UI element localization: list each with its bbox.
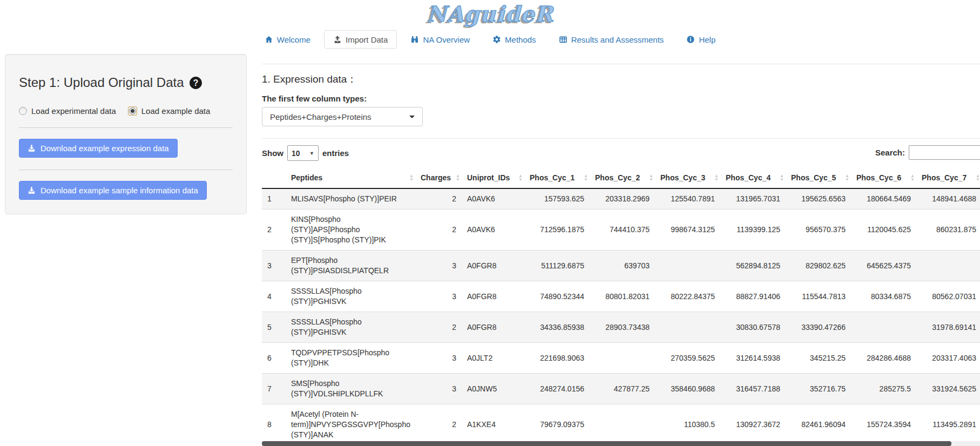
data-source-radio-group: Load experimental data Load example data — [19, 106, 233, 116]
intensity-cell: 860231.875 — [916, 210, 980, 251]
row-number-cell: 1 — [262, 188, 286, 210]
table-row: 7SMS[Phospho (STY)]VDLSHIPLKDPLLFK3A0JNW… — [262, 374, 980, 404]
table-row: 5SSSSLLAS[Phospho (STY)]PGHISVK2A0FGR834… — [262, 312, 980, 343]
download-icon — [28, 186, 36, 194]
intensity-cell: 352716.75 — [786, 374, 851, 404]
intensity-cell: 645625.4375 — [851, 251, 916, 281]
radio-checked-icon — [128, 106, 137, 116]
table-row: 4SSSSLLAS[Phospho (STY)]PGHISVK3A0FGR874… — [262, 281, 980, 312]
content-area: Step 1: Upload Original Data ? Load expe… — [0, 54, 980, 445]
sort-icon: ▲▼ — [976, 174, 980, 181]
intensity-cell: 155724.3594 — [851, 404, 916, 445]
tab-results-and-assessments[interactable]: Results and Assessments — [550, 30, 673, 49]
intensity-cell: 115544.7813 — [786, 281, 851, 312]
expression-table: Peptides▲▼Charges▲▼Uniprot_IDs▲▼Phos_Cyc… — [262, 167, 980, 445]
peptide-cell: SMS[Phospho (STY)]VDLSHIPLKDPLLFK — [286, 374, 415, 404]
tab-label: Welcome — [277, 36, 310, 44]
radio-load-example-data[interactable]: Load example data — [128, 106, 211, 116]
tab-label: NA Overview — [423, 36, 470, 44]
uniprot-cell: A0AVK6 — [462, 210, 524, 251]
charge-cell: 2 — [415, 188, 462, 210]
page-length-control: Show 10 ▼ entries — [262, 145, 980, 161]
sort-icon: ▲▼ — [456, 174, 460, 181]
intensity-cell — [655, 312, 720, 343]
sort-icon: ▲▼ — [910, 174, 915, 181]
gears-icon — [492, 35, 501, 44]
tab-welcome[interactable]: Welcome — [255, 30, 320, 49]
intensity-cell: 221698.9063 — [524, 343, 590, 374]
column-types-selected-value: Peptides+Charges+Proteins — [270, 112, 371, 121]
intensity-cell: 157593.625 — [524, 188, 590, 210]
table-row: 1MLISAVS[Phospho (STY)]PEIR2A0AVK6157593… — [262, 188, 980, 210]
binoculars-icon — [410, 35, 419, 44]
intensity-cell: 79679.09375 — [524, 404, 590, 445]
intensity-cell: 80334.6875 — [851, 281, 916, 312]
column-header-Phos_Cyc_3[interactable]: Phos_Cyc_3▲▼ — [655, 167, 720, 188]
intensity-cell: 80562.07031 — [916, 281, 980, 312]
intensity-cell: 125540.7891 — [655, 188, 720, 210]
row-number-cell: 2 — [262, 210, 286, 251]
column-header-Peptides[interactable]: Peptides▲▼ — [286, 167, 415, 188]
row-number-cell: 7 — [262, 374, 286, 404]
tab-label: Methods — [505, 36, 536, 44]
intensity-cell: 998674.3125 — [655, 210, 720, 251]
charge-cell: 3 — [415, 343, 462, 374]
divider — [262, 64, 980, 64]
column-header-Uniprot_IDs[interactable]: Uniprot_IDs▲▼ — [462, 167, 524, 188]
row-number-cell: 8 — [262, 404, 286, 445]
naguider-app: NAguideR Welcome Import Data NA Overview… — [0, 0, 980, 446]
chevron-down-icon: ▼ — [309, 151, 314, 156]
column-types-select[interactable]: Peptides+Charges+Proteins — [262, 107, 423, 126]
expression-data-heading: 1. Expression data： — [262, 72, 980, 86]
scrollbar-thumb[interactable] — [262, 441, 951, 446]
download-example-expression-data-button[interactable]: Download example expression data — [19, 139, 178, 158]
peptide-cell: SSSSLLAS[Phospho (STY)]PGHISVK — [286, 281, 415, 312]
intensity-cell: 180664.5469 — [851, 188, 916, 210]
panel-title-text: Step 1: Upload Original Data — [19, 75, 184, 90]
intensity-cell: 956570.375 — [786, 210, 851, 251]
header: NAguideR — [0, 0, 980, 29]
radio-label: Load example data — [141, 106, 211, 116]
question-circle-icon[interactable]: ? — [189, 76, 202, 90]
chevron-down-icon — [409, 116, 415, 118]
home-icon — [265, 35, 273, 44]
uniprot-cell: A0FGR8 — [462, 251, 524, 281]
intensity-cell: 358460.9688 — [655, 374, 720, 404]
tab-help[interactable]: Help — [677, 30, 725, 49]
sort-icon: ▲▼ — [409, 174, 414, 181]
column-header-Charges[interactable]: Charges▲▼ — [415, 167, 462, 188]
sort-icon: ▲▼ — [845, 174, 849, 181]
download-example-sample-information-data-button[interactable]: Download example sample information data — [19, 181, 207, 200]
intensity-cell: 82461.96094 — [786, 404, 851, 445]
radio-unchecked-icon — [19, 107, 27, 115]
search-input[interactable] — [909, 145, 980, 160]
intensity-cell: 345215.25 — [786, 343, 851, 374]
sort-icon: ▲▼ — [584, 174, 588, 181]
intensity-cell: 203318.2969 — [590, 188, 655, 210]
page-length-select[interactable]: 10 ▼ — [287, 145, 319, 161]
intensity-cell: 110380.5 — [655, 404, 720, 445]
table-row: 6TQDPVPPETPSDS[Phospho (STY)]DHK3A0JLT22… — [262, 343, 980, 374]
charge-cell: 2 — [415, 312, 462, 343]
entries-label: entries — [322, 148, 349, 158]
import-data-panel: 1. Expression data： The first few column… — [262, 54, 980, 445]
radio-load-experimental-data[interactable]: Load experimental data — [19, 106, 116, 116]
peptide-cell: M[Acetyl (Protein N-term)]NPVYSPGSSGVPY[… — [286, 404, 415, 445]
column-header-Phos_Cyc_1[interactable]: Phos_Cyc_1▲▼ — [524, 167, 590, 188]
column-header-Phos_Cyc_5[interactable]: Phos_Cyc_5▲▼ — [786, 167, 851, 188]
main-navbar: Welcome Import Data NA Overview Methods … — [0, 29, 980, 49]
row-number-cell: 5 — [262, 312, 286, 343]
button-label: Download example expression data — [40, 144, 169, 153]
column-header-Phos_Cyc_6[interactable]: Phos_Cyc_6▲▼ — [851, 167, 916, 188]
intensity-cell: 195625.6563 — [786, 188, 851, 210]
column-header-Phos_Cyc_2[interactable]: Phos_Cyc_2▲▼ — [590, 167, 655, 188]
column-header-Phos_Cyc_7[interactable]: Phos_Cyc_7▲▼ — [916, 167, 980, 188]
intensity-cell: 148941.4688 — [916, 188, 980, 210]
tab-methods[interactable]: Methods — [483, 30, 545, 49]
tab-na-overview[interactable]: NA Overview — [401, 30, 479, 49]
column-header-Phos_Cyc_4[interactable]: Phos_Cyc_4▲▼ — [720, 167, 786, 188]
peptide-cell: SSSSLLAS[Phospho (STY)]PGHISVK — [286, 312, 415, 343]
tab-import-data[interactable]: Import Data — [324, 30, 397, 49]
row-number-cell: 4 — [262, 281, 286, 312]
intensity-cell: 31978.69141 — [916, 312, 980, 343]
